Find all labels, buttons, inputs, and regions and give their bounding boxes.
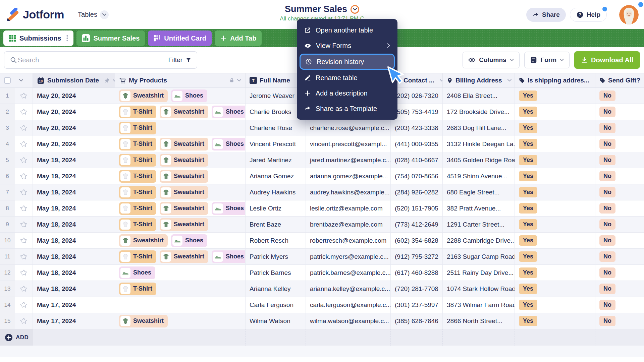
menu-item-rename-table[interactable]: Rename table [297, 70, 397, 85]
product-chip-t-shirt[interactable]: T-Shirt [119, 218, 156, 231]
select-all-checkbox[interactable] [4, 77, 11, 84]
send-gift-cell[interactable]: No [595, 88, 644, 104]
product-chip-t-shirt[interactable]: T-Shirt [119, 186, 156, 199]
product-chip-sweatshirt[interactable]: Sweatshirt [160, 250, 208, 263]
product-chip-t-shirt[interactable]: T-Shirt [119, 106, 156, 118]
full-name-cell[interactable]: Robert Resch [246, 233, 306, 248]
row-star-button[interactable] [15, 297, 33, 313]
products-cell[interactable]: T-ShirtSweatshirt [115, 152, 246, 168]
download-all-button[interactable]: Download All [574, 51, 640, 69]
email-cell[interactable]: wilma.watson@example.c... [306, 313, 391, 329]
billing-address-cell[interactable]: 2288 Cambridge Drive... [443, 233, 515, 248]
column-header-is-shipping-addres[interactable]: Is shipping addres... [515, 73, 595, 87]
product-chip-shoes[interactable]: Shoes [119, 266, 155, 279]
contact-cell[interactable]: (301) 237-5997 [391, 297, 443, 313]
product-chip-t-shirt[interactable]: T-Shirt [119, 138, 156, 150]
contact-cell[interactable]: (520) 151-7905 [391, 200, 443, 216]
products-cell[interactable]: T-ShirtSweatshirtShoes [115, 200, 246, 216]
full-name-cell[interactable]: Vincent Prescott [246, 136, 306, 152]
row-star-button[interactable] [15, 120, 33, 136]
column-header-submission-date[interactable]: 10Submission Date [33, 73, 115, 87]
product-chip-shoes[interactable]: Shoes [212, 250, 246, 263]
products-cell[interactable]: T-Shirt [115, 281, 246, 297]
product-chip-sweatshirt[interactable]: Sweatshirt [119, 315, 168, 327]
email-cell[interactable]: carla.ferguson@example.c... [306, 297, 391, 313]
submission-date-cell[interactable]: May 19, 2024 [33, 152, 115, 168]
submission-date-cell[interactable]: May 18, 2024 [33, 249, 115, 264]
contact-cell[interactable]: (028) 410-6667 [391, 152, 443, 168]
contact-cell[interactable]: (720) 281-7708 [391, 281, 443, 297]
is-shipping-cell[interactable]: Yes [515, 233, 595, 248]
product-chip-shoes[interactable]: Shoes [171, 89, 207, 102]
send-gift-cell[interactable]: No [595, 265, 644, 281]
email-cell[interactable]: patrick.myers@example.c... [306, 249, 391, 264]
billing-address-cell[interactable]: 2683 Dog Hill Lane... [443, 120, 515, 136]
billing-address-cell[interactable]: 2408 Ella Street... [443, 88, 515, 104]
row-star-button[interactable] [15, 313, 33, 329]
product-chip-t-shirt[interactable]: T-Shirt [119, 170, 156, 183]
row-number[interactable]: 15 [0, 313, 15, 329]
billing-address-cell[interactable]: 2511 Rainy Day Drive... [443, 265, 515, 281]
form-button[interactable]: Form [524, 52, 570, 68]
submission-date-cell[interactable]: May 18, 2024 [33, 217, 115, 232]
email-cell[interactable]: leslie.ortiz@example.com [306, 200, 391, 216]
chevron-down-icon[interactable] [440, 79, 443, 82]
product-chip-shoes[interactable]: Shoes [171, 234, 207, 247]
is-shipping-cell[interactable]: Yes [515, 184, 595, 200]
email-cell[interactable]: charlene.rose@example.c... [306, 120, 391, 136]
is-shipping-cell[interactable]: Yes [515, 217, 595, 232]
row-number[interactable]: 13 [0, 281, 15, 297]
full-name-cell[interactable]: Brent Baze [246, 217, 306, 232]
product-chip-t-shirt[interactable]: T-Shirt [119, 154, 156, 167]
email-cell[interactable]: arianna.kelley@example.c... [306, 281, 391, 297]
send-gift-cell[interactable]: No [595, 313, 644, 329]
contact-cell[interactable]: (284) 926-0282 [391, 184, 443, 200]
full-name-cell[interactable]: Patrick Myers [246, 249, 306, 264]
row-number[interactable]: 14 [0, 297, 15, 313]
product-chip-sweatshirt[interactable]: Sweatshirt [160, 186, 208, 199]
billing-address-cell[interactable]: 680 Eagle Street... [443, 184, 515, 200]
full-name-cell[interactable]: Arianna Gomez [246, 168, 306, 184]
products-cell[interactable]: Shoes [115, 265, 246, 281]
row-star-button[interactable] [15, 233, 33, 248]
submission-date-cell[interactable]: May 17, 2024 [33, 313, 115, 329]
tab-summer-sales[interactable]: Summer Sales [76, 31, 145, 46]
send-gift-cell[interactable]: No [595, 104, 644, 120]
email-cell[interactable]: patrick.barnes@example.c... [306, 265, 391, 281]
column-header-billing-address[interactable]: Billing Address [443, 73, 515, 87]
billing-address-cell[interactable]: 3873 Wilmar Farm Road... [443, 297, 515, 313]
send-gift-cell[interactable]: No [595, 136, 644, 152]
send-gift-cell[interactable]: No [595, 184, 644, 200]
submission-date-cell[interactable]: May 18, 2024 [33, 233, 115, 248]
email-cell[interactable]: robertresch@example.com [306, 233, 391, 248]
product-chip-sweatshirt[interactable]: Sweatshirt [160, 154, 208, 167]
row-number[interactable]: 11 [0, 249, 15, 264]
full-name-cell[interactable]: Jared Martinez [246, 152, 306, 168]
row-number[interactable]: 9 [0, 217, 15, 232]
product-chip-sweatshirt[interactable]: Sweatshirt [160, 138, 208, 150]
products-cell[interactable] [115, 297, 246, 313]
is-shipping-cell[interactable]: Yes [515, 152, 595, 168]
row-star-button[interactable] [15, 168, 33, 184]
product-chip-sweatshirt[interactable]: Sweatshirt [119, 89, 168, 102]
email-cell[interactable]: vincent.prescott@exampl... [306, 136, 391, 152]
billing-address-cell[interactable]: 2866 North Street... [443, 313, 515, 329]
product-chip-t-shirt[interactable]: T-Shirt [119, 250, 156, 263]
email-cell[interactable]: audrey.hawkins@example... [306, 184, 391, 200]
chevron-down-icon[interactable] [113, 79, 115, 82]
products-cell[interactable]: T-ShirtSweatshirtShoes [115, 136, 246, 152]
product-chip-shoes[interactable]: Shoes [212, 138, 246, 150]
send-gift-cell[interactable]: No [595, 297, 644, 313]
product-chip-sweatshirt[interactable]: Sweatshirt [119, 234, 168, 247]
submission-date-cell[interactable]: May 20, 2024 [33, 104, 115, 120]
contact-cell[interactable]: (617) 460-8288 [391, 265, 443, 281]
filter-button[interactable]: Filter [163, 52, 197, 68]
product-chip-t-shirt[interactable]: T-Shirt [119, 202, 156, 215]
menu-item-share-as-a-template[interactable]: Share as a Template [297, 101, 397, 116]
billing-address-cell[interactable]: 1074 Stark Hollow Road... [443, 281, 515, 297]
select-menu-chevron-icon[interactable] [19, 79, 23, 82]
billing-address-cell[interactable]: 3132 Hinkle Deegan La... [443, 136, 515, 152]
contact-cell[interactable]: (202) 026-7320 [391, 88, 443, 104]
product-chip-t-shirt[interactable]: T-Shirt [119, 122, 156, 134]
products-cell[interactable]: T-Shirt [115, 120, 246, 136]
